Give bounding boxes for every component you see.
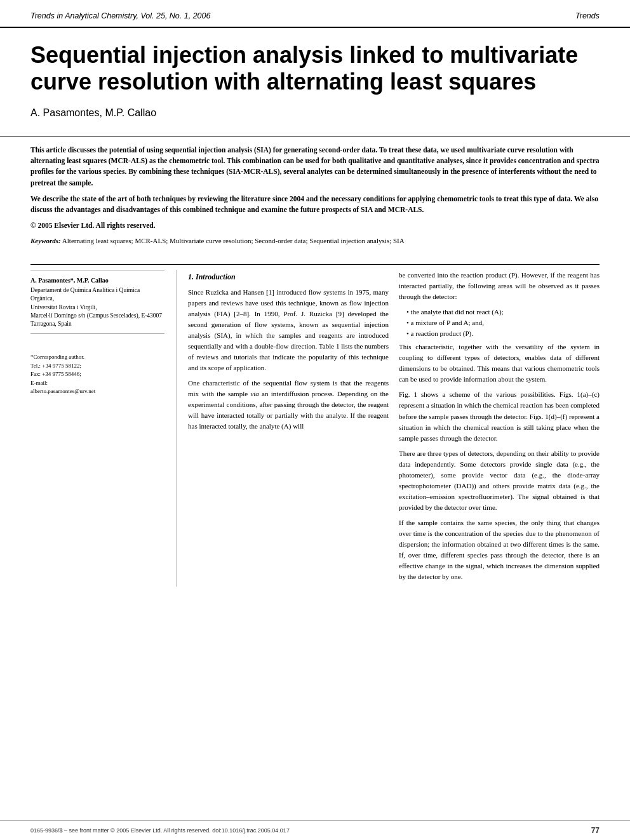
body2-p1: be converted into the reaction product (… xyxy=(399,270,600,302)
bullet-2: a mixture of P and A; and, xyxy=(406,317,600,328)
body-col-1: 1. Introduction Since Ruzicka and Hansen… xyxy=(188,270,399,587)
aff-addr2: Tarragona, Spain xyxy=(30,320,164,328)
authors: A. Pasamontes, M.P. Callao xyxy=(30,107,600,119)
body-col-2: be converted into the reaction product (… xyxy=(399,270,600,587)
aff-addr1: Marcel·lí Domingo s/n (Campus Sescelades… xyxy=(30,312,164,320)
copyright: © 2005 Elsevier Ltd. All rights reserved… xyxy=(30,222,600,229)
aff-uni: Universitat Rovira i Virgili, xyxy=(30,303,164,312)
bullet-3: a reaction product (P). xyxy=(406,328,600,339)
right-cols: 1. Introduction Since Ruzicka and Hansen… xyxy=(177,270,600,587)
journal-info: Trends in Analytical Chemistry, Vol. 25,… xyxy=(30,11,210,20)
article-title: Sequential injection analysis linked to … xyxy=(30,42,600,96)
abstract-section: This article discusses the potential of … xyxy=(0,137,630,259)
abstract-body: This article discusses the potential of … xyxy=(30,145,600,216)
corr-note: *Corresponding author. xyxy=(30,353,164,362)
body2-p5: If the sample contains the same species,… xyxy=(399,517,600,582)
corr-tel: Tel.: +34 9775 58122; xyxy=(30,362,164,371)
abstract-p1: This article discusses the potential of … xyxy=(30,145,600,189)
bullet-list: the analyte that did not react (A); a mi… xyxy=(406,307,600,339)
keywords: Keywords: Alternating least squares; MCR… xyxy=(30,236,600,246)
section1-p2: One characteristic of the sequential flo… xyxy=(188,378,389,432)
affiliation-box: A. Pasamontes*, M.P. Callao Departament … xyxy=(30,270,164,334)
corr-fax: Fax: +34 9775 58446; xyxy=(30,370,164,379)
page: Trends in Analytical Chemistry, Vol. 25,… xyxy=(0,0,630,840)
section1-heading: 1. Introduction xyxy=(188,271,389,283)
abstract-p2: We describe the state of the art of both… xyxy=(30,194,600,216)
title-section: Sequential injection analysis linked to … xyxy=(0,28,630,137)
bullet-1: the analyte that did not react (A); xyxy=(406,307,600,317)
left-sidebar: A. Pasamontes*, M.P. Callao Departament … xyxy=(30,270,177,587)
bottom-bar: 0165-9936/$ – see front matter © 2005 El… xyxy=(0,820,630,840)
main-content: A. Pasamontes*, M.P. Callao Departament … xyxy=(0,270,630,587)
body2-p4: There are three types of detectors, depe… xyxy=(399,448,600,513)
body2-p3: Fig. 1 shows a scheme of the various pos… xyxy=(399,389,600,443)
corresponding-note: *Corresponding author. Tel.: +34 9775 58… xyxy=(30,353,164,396)
section1-p1: Since Ruzicka and Hansen [1] introduced … xyxy=(188,287,389,373)
corr-email: alberto.pasamontes@urv.net xyxy=(30,387,164,396)
section-divider xyxy=(30,264,600,265)
keywords-label: Keywords: xyxy=(30,237,61,244)
keywords-values: Alternating least squares; MCR-ALS; Mult… xyxy=(62,237,405,244)
aff-authors: A. Pasamontes*, M.P. Callao xyxy=(30,276,164,285)
aff-dept: Departament de Química Analítica i Quími… xyxy=(30,286,164,303)
top-header: Trends in Analytical Chemistry, Vol. 25,… xyxy=(0,0,630,28)
corr-email-label: E-mail: xyxy=(30,379,164,388)
footer-doi: 0165-9936/$ – see front matter © 2005 El… xyxy=(30,827,290,834)
body2-p2: This characteristic, together with the v… xyxy=(399,342,600,385)
section-label: Trends xyxy=(575,11,600,20)
page-number: 77 xyxy=(591,826,600,835)
